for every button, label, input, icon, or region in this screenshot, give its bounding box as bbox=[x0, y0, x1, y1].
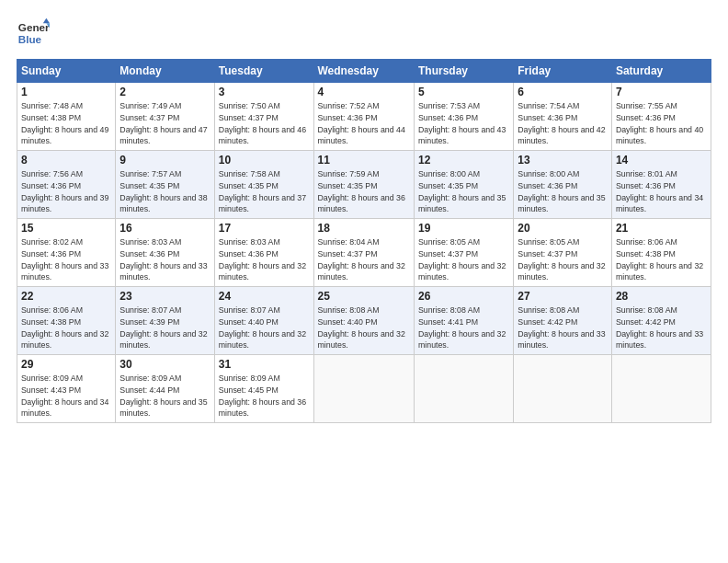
day-info: Sunrise: 8:03 AMSunset: 4:36 PMDaylight:… bbox=[219, 237, 306, 282]
weekday-header-thursday: Thursday bbox=[414, 60, 513, 83]
calendar-cell: 9Sunrise: 7:57 AMSunset: 4:35 PMDaylight… bbox=[116, 151, 214, 219]
day-number: 8 bbox=[21, 154, 111, 167]
day-info: Sunrise: 8:00 AMSunset: 4:35 PMDaylight:… bbox=[418, 169, 506, 213]
day-info: Sunrise: 7:53 AMSunset: 4:36 PMDaylight:… bbox=[418, 101, 506, 145]
weekday-header-saturday: Saturday bbox=[611, 60, 711, 83]
day-number: 26 bbox=[418, 290, 509, 303]
calendar-cell bbox=[514, 355, 612, 423]
day-number: 18 bbox=[318, 222, 410, 235]
calendar-cell: 2Sunrise: 7:49 AMSunset: 4:37 PMDaylight… bbox=[116, 83, 214, 151]
calendar-cell: 25Sunrise: 8:08 AMSunset: 4:40 PMDayligh… bbox=[313, 287, 414, 355]
calendar-cell: 20Sunrise: 8:05 AMSunset: 4:37 PMDayligh… bbox=[514, 219, 612, 287]
calendar-cell: 31Sunrise: 8:09 AMSunset: 4:45 PMDayligh… bbox=[214, 355, 313, 423]
calendar-cell: 12Sunrise: 8:00 AMSunset: 4:35 PMDayligh… bbox=[414, 151, 513, 219]
day-number: 25 bbox=[318, 290, 410, 303]
day-info: Sunrise: 8:08 AMSunset: 4:41 PMDaylight:… bbox=[418, 305, 506, 350]
day-number: 30 bbox=[119, 358, 210, 371]
day-number: 19 bbox=[418, 222, 509, 235]
day-number: 11 bbox=[318, 154, 410, 167]
day-number: 13 bbox=[518, 154, 608, 167]
day-info: Sunrise: 7:50 AMSunset: 4:37 PMDaylight:… bbox=[219, 101, 306, 145]
day-number: 15 bbox=[21, 222, 111, 235]
day-info: Sunrise: 8:02 AMSunset: 4:36 PMDaylight:… bbox=[21, 237, 108, 282]
calendar-cell: 10Sunrise: 7:58 AMSunset: 4:35 PMDayligh… bbox=[214, 151, 313, 219]
calendar-cell: 21Sunrise: 8:06 AMSunset: 4:38 PMDayligh… bbox=[611, 219, 711, 287]
day-number: 1 bbox=[21, 86, 111, 98]
calendar-cell: 27Sunrise: 8:08 AMSunset: 4:42 PMDayligh… bbox=[514, 287, 612, 355]
calendar-cell: 29Sunrise: 8:09 AMSunset: 4:43 PMDayligh… bbox=[17, 355, 116, 423]
day-info: Sunrise: 7:58 AMSunset: 4:35 PMDaylight:… bbox=[219, 169, 306, 213]
day-info: Sunrise: 7:49 AMSunset: 4:37 PMDaylight:… bbox=[119, 101, 207, 145]
day-info: Sunrise: 7:57 AMSunset: 4:35 PMDaylight:… bbox=[119, 169, 207, 213]
calendar-cell bbox=[611, 355, 711, 423]
day-info: Sunrise: 8:09 AMSunset: 4:45 PMDaylight:… bbox=[219, 373, 306, 418]
day-number: 17 bbox=[219, 222, 310, 235]
day-info: Sunrise: 8:07 AMSunset: 4:40 PMDaylight:… bbox=[219, 305, 306, 350]
weekday-header-sunday: Sunday bbox=[17, 60, 116, 83]
weekday-header-monday: Monday bbox=[116, 60, 214, 83]
calendar-cell: 5Sunrise: 7:53 AMSunset: 4:36 PMDaylight… bbox=[414, 83, 513, 151]
day-info: Sunrise: 8:05 AMSunset: 4:37 PMDaylight:… bbox=[518, 237, 605, 282]
day-number: 9 bbox=[119, 154, 210, 167]
calendar-cell: 23Sunrise: 8:07 AMSunset: 4:39 PMDayligh… bbox=[116, 287, 214, 355]
svg-text:Blue: Blue bbox=[18, 33, 42, 45]
day-info: Sunrise: 8:08 AMSunset: 4:42 PMDaylight:… bbox=[616, 305, 703, 350]
calendar-cell: 15Sunrise: 8:02 AMSunset: 4:36 PMDayligh… bbox=[17, 219, 116, 287]
day-info: Sunrise: 8:05 AMSunset: 4:37 PMDaylight:… bbox=[418, 237, 506, 282]
day-number: 2 bbox=[119, 86, 210, 98]
day-info: Sunrise: 7:56 AMSunset: 4:36 PMDaylight:… bbox=[21, 169, 108, 213]
day-number: 3 bbox=[219, 86, 310, 98]
calendar-cell: 8Sunrise: 7:56 AMSunset: 4:36 PMDaylight… bbox=[17, 151, 116, 219]
day-info: Sunrise: 8:06 AMSunset: 4:38 PMDaylight:… bbox=[21, 305, 108, 350]
logo-icon: General Blue bbox=[17, 17, 50, 50]
day-number: 7 bbox=[616, 86, 707, 98]
day-info: Sunrise: 8:01 AMSunset: 4:36 PMDaylight:… bbox=[616, 169, 703, 213]
weekday-header-wednesday: Wednesday bbox=[313, 60, 414, 83]
day-number: 31 bbox=[219, 358, 310, 371]
day-info: Sunrise: 8:00 AMSunset: 4:36 PMDaylight:… bbox=[518, 169, 605, 213]
calendar-cell: 26Sunrise: 8:08 AMSunset: 4:41 PMDayligh… bbox=[414, 287, 513, 355]
day-number: 28 bbox=[616, 290, 707, 303]
day-info: Sunrise: 8:03 AMSunset: 4:36 PMDaylight:… bbox=[119, 237, 207, 282]
day-info: Sunrise: 7:48 AMSunset: 4:38 PMDaylight:… bbox=[21, 101, 108, 145]
day-number: 29 bbox=[21, 358, 111, 371]
calendar-cell: 11Sunrise: 7:59 AMSunset: 4:35 PMDayligh… bbox=[313, 151, 414, 219]
day-number: 5 bbox=[418, 86, 509, 98]
day-info: Sunrise: 8:04 AMSunset: 4:37 PMDaylight:… bbox=[318, 237, 405, 282]
day-info: Sunrise: 8:09 AMSunset: 4:43 PMDaylight:… bbox=[21, 373, 108, 418]
day-info: Sunrise: 8:08 AMSunset: 4:42 PMDaylight:… bbox=[518, 305, 605, 350]
day-number: 20 bbox=[518, 222, 608, 235]
calendar-cell: 30Sunrise: 8:09 AMSunset: 4:44 PMDayligh… bbox=[116, 355, 214, 423]
day-info: Sunrise: 7:59 AMSunset: 4:35 PMDaylight:… bbox=[318, 169, 405, 213]
logo: General Blue bbox=[17, 17, 50, 50]
day-number: 21 bbox=[616, 222, 707, 235]
day-info: Sunrise: 7:54 AMSunset: 4:36 PMDaylight:… bbox=[518, 101, 605, 145]
day-number: 22 bbox=[21, 290, 111, 303]
day-number: 4 bbox=[318, 86, 410, 98]
calendar-cell: 24Sunrise: 8:07 AMSunset: 4:40 PMDayligh… bbox=[214, 287, 313, 355]
calendar-cell: 6Sunrise: 7:54 AMSunset: 4:36 PMDaylight… bbox=[514, 83, 612, 151]
day-info: Sunrise: 8:09 AMSunset: 4:44 PMDaylight:… bbox=[119, 373, 207, 418]
calendar-cell bbox=[414, 355, 513, 423]
calendar-cell: 14Sunrise: 8:01 AMSunset: 4:36 PMDayligh… bbox=[611, 151, 711, 219]
calendar-cell: 16Sunrise: 8:03 AMSunset: 4:36 PMDayligh… bbox=[116, 219, 214, 287]
day-info: Sunrise: 8:08 AMSunset: 4:40 PMDaylight:… bbox=[318, 305, 405, 350]
day-info: Sunrise: 8:07 AMSunset: 4:39 PMDaylight:… bbox=[119, 305, 207, 350]
header: General Blue bbox=[17, 17, 711, 50]
weekday-header-tuesday: Tuesday bbox=[214, 60, 313, 83]
day-number: 12 bbox=[418, 154, 509, 167]
day-info: Sunrise: 7:55 AMSunset: 4:36 PMDaylight:… bbox=[616, 101, 703, 145]
calendar-cell: 17Sunrise: 8:03 AMSunset: 4:36 PMDayligh… bbox=[214, 219, 313, 287]
day-number: 14 bbox=[616, 154, 707, 167]
calendar-cell: 19Sunrise: 8:05 AMSunset: 4:37 PMDayligh… bbox=[414, 219, 513, 287]
calendar-cell: 7Sunrise: 7:55 AMSunset: 4:36 PMDaylight… bbox=[611, 83, 711, 151]
calendar-cell: 18Sunrise: 8:04 AMSunset: 4:37 PMDayligh… bbox=[313, 219, 414, 287]
calendar-cell bbox=[313, 355, 414, 423]
calendar-cell: 4Sunrise: 7:52 AMSunset: 4:36 PMDaylight… bbox=[313, 83, 414, 151]
day-info: Sunrise: 8:06 AMSunset: 4:38 PMDaylight:… bbox=[616, 237, 703, 282]
calendar-table: SundayMondayTuesdayWednesdayThursdayFrid… bbox=[17, 59, 711, 423]
day-number: 23 bbox=[119, 290, 210, 303]
calendar-cell: 28Sunrise: 8:08 AMSunset: 4:42 PMDayligh… bbox=[611, 287, 711, 355]
day-info: Sunrise: 7:52 AMSunset: 4:36 PMDaylight:… bbox=[318, 101, 405, 145]
day-number: 10 bbox=[219, 154, 310, 167]
